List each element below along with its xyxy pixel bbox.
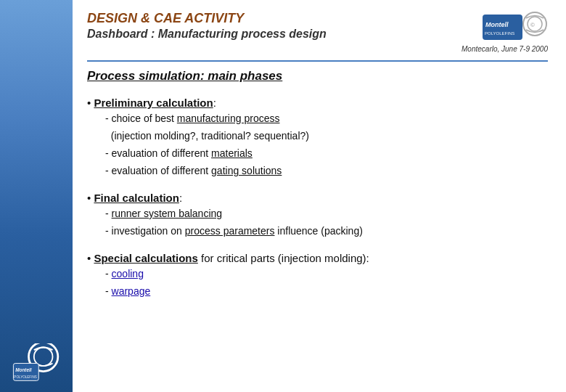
sidebar: Montell POLYOLEFINS bbox=[0, 0, 73, 392]
special-line-2: - warpage bbox=[87, 284, 548, 299]
final-title: • Final calculation: bbox=[87, 192, 548, 204]
svg-text:POLYOLEFINS: POLYOLEFINS bbox=[14, 375, 36, 378]
preliminary-line-4: - evaluation of different gating solutio… bbox=[87, 163, 548, 179]
svg-text:POLYOLEFINS: POLYOLEFINS bbox=[485, 31, 514, 36]
montell-logo-top: Montell POLYOLEFINS © bbox=[483, 11, 548, 44]
preliminary-line-3: - evaluation of different materials bbox=[87, 146, 548, 161]
preliminary-title: • Preliminary calculation: bbox=[87, 97, 548, 109]
preliminary-bullet: • bbox=[87, 97, 94, 109]
sidebar-logo: Montell POLYOLEFINS bbox=[7, 341, 65, 385]
page-subtitle: Process simulation: main phases bbox=[87, 69, 548, 83]
title-dashboard: Dashboard : Manufacturing process design bbox=[87, 27, 327, 41]
final-line-1: - runner system balancing bbox=[87, 206, 548, 221]
title-design: DESIGN & CAE ACTIVITY bbox=[87, 11, 327, 27]
section-preliminary: • Preliminary calculation: - choice of b… bbox=[87, 97, 548, 179]
preliminary-colon: : bbox=[213, 97, 216, 109]
svg-text:Montell: Montell bbox=[15, 367, 32, 372]
main-content: DESIGN & CAE ACTIVITY Dashboard : Manufa… bbox=[73, 0, 566, 392]
final-line-2: - investigation on process parameters in… bbox=[87, 224, 548, 239]
special-title: • Special calculations for critical part… bbox=[87, 252, 548, 264]
preliminary-title-bold: Preliminary calculation bbox=[94, 97, 213, 109]
final-title-bold: Final calculation bbox=[94, 192, 179, 204]
svg-text:Montell: Montell bbox=[485, 21, 509, 28]
svg-text:©: © bbox=[530, 22, 535, 28]
date-text: Montecarlo, June 7-9 2000 bbox=[462, 45, 548, 53]
final-colon: : bbox=[179, 192, 182, 204]
preliminary-line-2: (injection molding?, traditional? sequen… bbox=[87, 128, 548, 144]
header: DESIGN & CAE ACTIVITY Dashboard : Manufa… bbox=[87, 11, 548, 53]
content-body: • Preliminary calculation: - choice of b… bbox=[87, 97, 548, 381]
section-special: • Special calculations for critical part… bbox=[87, 252, 548, 299]
special-bullet: • bbox=[87, 252, 94, 264]
header-right: Montell POLYOLEFINS © Montecarlo, June 7… bbox=[462, 11, 548, 53]
special-title-normal: for critical parts (injection molding): bbox=[198, 252, 369, 264]
header-divider bbox=[87, 60, 548, 62]
special-line-1: - cooling bbox=[87, 266, 548, 282]
svg-point-9 bbox=[528, 17, 542, 31]
special-title-bold: Special calculations bbox=[94, 252, 197, 264]
header-left: DESIGN & CAE ACTIVITY Dashboard : Manufa… bbox=[87, 11, 327, 41]
preliminary-line-1: - choice of best manufacturing process bbox=[87, 111, 548, 126]
final-bullet: • bbox=[87, 192, 94, 204]
section-final: • Final calculation: - runner system bal… bbox=[87, 192, 548, 239]
